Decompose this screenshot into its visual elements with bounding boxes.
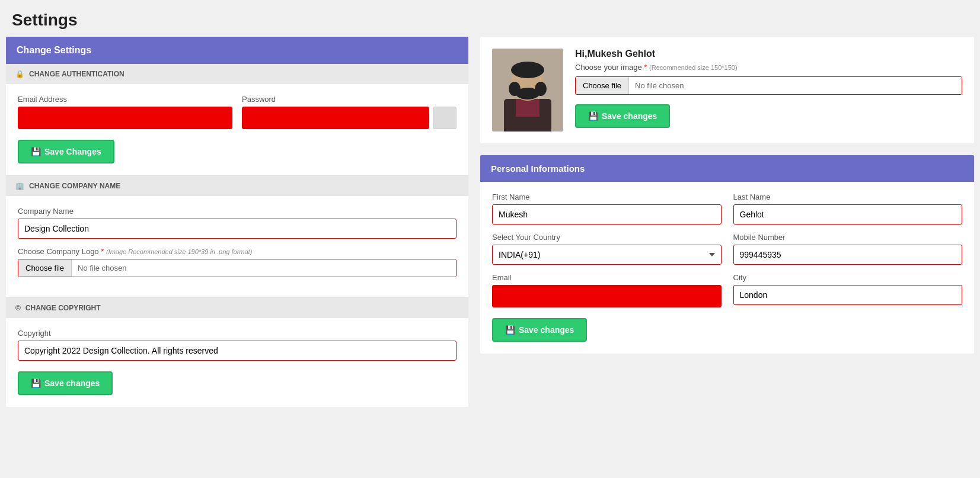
email-label: Email Address bbox=[18, 95, 232, 104]
svg-point-6 bbox=[509, 82, 521, 96]
profile-image-file-wrapper: Choose file No file chosen bbox=[575, 76, 962, 95]
pi-lastname-input[interactable] bbox=[733, 204, 963, 224]
company-logo-choose-btn[interactable]: Choose file bbox=[18, 259, 72, 277]
copyright-icon: © bbox=[15, 304, 21, 312]
pi-email-label: Email bbox=[492, 273, 722, 282]
company-name-label: Company Name bbox=[18, 207, 457, 216]
save-profile-image-button[interactable]: 💾 Save changes bbox=[575, 104, 670, 128]
pi-mobile-col: Mobile Number bbox=[733, 233, 963, 265]
personal-info-content: First Name Last Name Select Your Country… bbox=[480, 182, 974, 354]
pi-city-col: City bbox=[733, 273, 963, 307]
auth-section-bar: 🔒 CHANGE AUTHENTICATION bbox=[6, 64, 468, 84]
pi-country-mobile-row: Select Your Country INDIA(+91) USA(+1) U… bbox=[492, 233, 962, 265]
pi-city-label: City bbox=[733, 273, 963, 282]
company-logo-label: Choose Company Logo * (Image Recommended… bbox=[18, 247, 457, 256]
profile-info: Hi,Mukesh Gehlot Choose your image * (Re… bbox=[575, 49, 962, 128]
svg-rect-2 bbox=[516, 99, 540, 117]
password-field-group: Password bbox=[242, 95, 457, 129]
save-copyright-button[interactable]: 💾 Save changes bbox=[18, 371, 113, 395]
save-icon-profile: 💾 bbox=[588, 111, 598, 121]
profile-card: Hi,Mukesh Gehlot Choose your image * (Re… bbox=[480, 37, 974, 143]
auth-section-content: Email Address Password 💾 Save Changes bbox=[6, 84, 468, 175]
pi-mobile-label: Mobile Number bbox=[733, 233, 963, 242]
save-icon-personal: 💾 bbox=[505, 325, 515, 335]
copyright-section-bar: © CHANGE COPYRIGHT bbox=[6, 298, 468, 318]
company-section-content: Company Name Choose Company Logo * (Imag… bbox=[6, 196, 468, 297]
pi-email-col: Email bbox=[492, 273, 722, 307]
copyright-section-content: Copyright 💾 Save changes bbox=[6, 318, 468, 407]
company-name-group: Company Name bbox=[18, 207, 457, 239]
right-panel: Hi,Mukesh Gehlot Choose your image * (Re… bbox=[480, 37, 974, 407]
save-icon: 💾 bbox=[31, 147, 41, 156]
copyright-label: Copyright bbox=[18, 329, 457, 338]
profile-image-choose-btn[interactable]: Choose file bbox=[576, 77, 629, 94]
lock-icon: 🔒 bbox=[15, 70, 24, 78]
pi-lastname-label: Last Name bbox=[733, 193, 963, 201]
pi-firstname-col: First Name bbox=[492, 193, 722, 224]
email-input-red[interactable] bbox=[18, 107, 232, 129]
svg-point-4 bbox=[511, 62, 544, 78]
password-row bbox=[242, 107, 457, 129]
left-panel-header: Change Settings bbox=[6, 37, 468, 64]
profile-image-no-file: No file chosen bbox=[629, 77, 962, 94]
pi-mobile-input[interactable] bbox=[733, 245, 963, 265]
building-icon: 🏢 bbox=[15, 182, 24, 190]
page-title: Settings bbox=[0, 0, 980, 37]
password-label: Password bbox=[242, 95, 457, 104]
left-panel: Change Settings 🔒 CHANGE AUTHENTICATION … bbox=[6, 37, 468, 407]
save-personal-info-button[interactable]: 💾 Save changes bbox=[492, 318, 587, 342]
pi-country-label: Select Your Country bbox=[492, 233, 722, 242]
pi-lastname-col: Last Name bbox=[733, 193, 963, 224]
password-input-red[interactable] bbox=[242, 107, 429, 129]
personal-info-panel: Personal Informations First Name Last Na… bbox=[480, 155, 974, 354]
profile-avatar bbox=[492, 49, 563, 131]
save-icon-copyright: 💾 bbox=[31, 378, 41, 388]
profile-greeting: Hi,Mukesh Gehlot bbox=[575, 49, 962, 59]
copyright-input[interactable] bbox=[18, 341, 457, 361]
pi-email-input-red[interactable] bbox=[492, 285, 722, 307]
personal-info-header: Personal Informations bbox=[480, 155, 974, 182]
company-section-bar: 🏢 CHANGE COMPANY NAME bbox=[6, 176, 468, 196]
save-auth-button[interactable]: 💾 Save Changes bbox=[18, 140, 114, 163]
pi-email-city-row: Email City bbox=[492, 273, 962, 307]
email-field-group: Email Address bbox=[18, 95, 232, 129]
company-logo-group: Choose Company Logo * (Image Recommended… bbox=[18, 247, 457, 277]
pi-firstname-label: First Name bbox=[492, 193, 722, 201]
copyright-group: Copyright bbox=[18, 329, 457, 361]
pi-firstname-input[interactable] bbox=[492, 204, 722, 224]
password-toggle-btn[interactable] bbox=[433, 107, 457, 129]
profile-image-label: Choose your image * (Recommended size 15… bbox=[575, 63, 962, 72]
pi-name-row: First Name Last Name bbox=[492, 193, 962, 224]
svg-point-7 bbox=[535, 82, 547, 96]
company-logo-no-file: No file chosen bbox=[72, 259, 456, 277]
company-logo-file-wrapper: Choose file No file chosen bbox=[18, 259, 457, 277]
pi-country-col: Select Your Country INDIA(+91) USA(+1) U… bbox=[492, 233, 722, 265]
pi-city-input[interactable] bbox=[733, 285, 963, 305]
pi-country-select[interactable]: INDIA(+91) USA(+1) UK(+44) bbox=[492, 245, 722, 265]
company-name-input[interactable] bbox=[18, 219, 457, 239]
